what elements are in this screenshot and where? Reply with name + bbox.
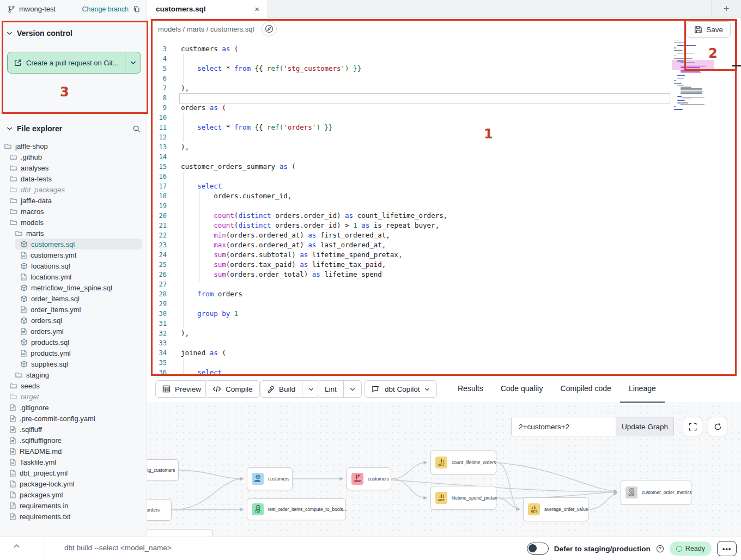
tree-item[interactable]: marts <box>0 228 147 239</box>
result-tab-label: Results <box>458 384 483 393</box>
file-explorer-header[interactable]: File explorer <box>0 119 147 138</box>
tree-item[interactable]: target <box>0 391 147 402</box>
search-icon[interactable] <box>132 125 141 133</box>
file-explorer-title: File explorer <box>17 124 62 133</box>
more-options-button[interactable]: ••• <box>717 541 737 556</box>
ready-label: Ready <box>685 545 705 552</box>
lineage-search-input[interactable]: 2+customers+2 <box>511 417 616 436</box>
cli-command[interactable]: dbt build --select <model_name> <box>64 544 172 552</box>
tree-item[interactable]: data-tests <box>0 173 147 184</box>
ready-dot-icon <box>676 546 682 552</box>
tree-item-label: metricflow_time_spine.sql <box>31 284 112 292</box>
update-graph-button[interactable]: Update Graph <box>616 417 674 436</box>
file-icon <box>10 437 16 444</box>
tree-item[interactable]: jaffle-data <box>0 195 147 206</box>
header-bar: mwong-test Change branch customers.sql ×… <box>0 0 741 18</box>
fullscreen-button[interactable] <box>683 417 702 436</box>
result-tab[interactable]: Results <box>449 375 492 403</box>
tree-item-label: macros <box>21 208 44 216</box>
copy-icon[interactable] <box>133 5 140 13</box>
tree-item[interactable]: customers.yml <box>0 249 147 260</box>
copilot-icon <box>372 385 380 393</box>
tree-item[interactable]: order_items.sql <box>0 293 147 304</box>
file-icon <box>21 306 27 313</box>
close-tab-icon[interactable]: × <box>254 5 259 13</box>
lineage-node[interactable]: QRY customer_order_metrics <box>621 480 691 505</box>
tree-item[interactable]: jaffle-shop <box>0 141 147 151</box>
tree-item[interactable]: analyses <box>0 162 147 173</box>
lineage-canvas[interactable]: 2+customers+2 Update Graph stg_customers <box>147 403 741 537</box>
tree-item[interactable]: macros <box>0 206 147 217</box>
folder-icon <box>10 219 17 226</box>
tree-item[interactable]: README.md <box>0 446 147 456</box>
new-tab-button[interactable]: + <box>711 0 741 17</box>
lineage-node[interactable]: MET lifetime_spend_pretax <box>430 486 496 510</box>
node-type-label: SEM <box>354 480 361 483</box>
lint-dropdown-chevron[interactable] <box>343 381 361 397</box>
refresh-button[interactable] <box>708 417 727 436</box>
tree-item-label: orders.yml <box>31 327 64 336</box>
tree-item[interactable]: orders.yml <box>0 326 147 337</box>
defer-toggle[interactable] <box>527 543 549 555</box>
tree-item[interactable]: package-lock.yml <box>0 478 147 489</box>
tab-customers-sql[interactable]: customers.sql × <box>147 0 267 18</box>
copilot-dropdown-chevron[interactable] <box>424 387 430 391</box>
tree-item[interactable]: products.yml <box>0 348 147 358</box>
help-icon[interactable] <box>656 545 664 553</box>
tree-item[interactable]: seeds <box>0 380 147 391</box>
result-tab[interactable]: Code quality <box>492 375 552 403</box>
tree-item[interactable]: locations.sql <box>0 260 147 271</box>
tree-item[interactable]: locations.yml <box>0 271 147 282</box>
statusbar-divider <box>44 537 44 560</box>
lineage-node[interactable]: stg_customers <box>147 459 179 481</box>
lineage-node[interactable]: TST test_order_items_compute_to_bools... <box>247 498 346 520</box>
caret-up-icon[interactable] <box>13 544 20 549</box>
tree-item-label: README.md <box>20 447 62 455</box>
lineage-node[interactable]: MDL customers <box>247 467 293 490</box>
tree-item[interactable]: .sqlfluff <box>0 424 147 435</box>
folder-icon <box>10 382 17 389</box>
tree-item[interactable]: order_items.yml <box>0 304 147 315</box>
tree-item[interactable]: models <box>0 217 147 228</box>
build-button[interactable]: Build <box>260 380 320 398</box>
tree-item[interactable]: Taskfile.yml <box>0 456 147 467</box>
tree-item[interactable]: customers.sql <box>0 239 147 249</box>
tree-item[interactable]: .pre-commit-config.yaml <box>0 413 147 424</box>
lint-button[interactable]: Lint <box>318 380 362 398</box>
tree-item[interactable]: .github <box>0 151 147 162</box>
tree-item[interactable]: requirements.in <box>0 500 147 511</box>
result-tab[interactable]: Compiled code <box>552 375 620 403</box>
change-branch-link[interactable]: Change branch <box>82 5 129 13</box>
tree-item[interactable]: dbt_packages <box>0 184 147 195</box>
compile-button[interactable]: Compile <box>205 380 260 398</box>
lineage-node[interactable]: MET average_order_value <box>523 497 588 521</box>
node-type-icon: MDL <box>252 473 264 485</box>
result-tab-label: Compiled code <box>561 384 611 393</box>
tree-item[interactable]: packages.yml <box>0 489 147 500</box>
toggle-knob <box>529 544 537 552</box>
tree-item[interactable]: metricflow_time_spine.sql <box>0 282 147 293</box>
file-icon <box>21 252 27 259</box>
lineage-node[interactable] <box>147 529 212 537</box>
tree-item[interactable]: requirements.txt <box>0 511 147 522</box>
preview-button[interactable]: Preview <box>155 380 208 398</box>
tree-item-label: seeds <box>21 382 40 390</box>
result-tab[interactable]: Lineage <box>620 375 665 403</box>
tree-item[interactable]: dbt_project.yml <box>0 467 147 478</box>
lineage-node[interactable]: orders <box>147 499 172 521</box>
tree-item[interactable]: .gitignore <box>0 402 147 413</box>
lineage-node[interactable]: MET count_lifetime_orders <box>430 451 496 474</box>
tree-item[interactable]: .sqlfluffignore <box>0 435 147 446</box>
editor-toolbar: Preview Compile Build Lint dbt Copilot <box>147 375 741 403</box>
model-cube-icon <box>21 295 27 302</box>
tree-item-label: target <box>21 393 39 401</box>
tree-item[interactable]: staging <box>0 369 147 380</box>
chevron-down-icon <box>7 126 13 131</box>
lineage-node[interactable]: SEM customers <box>347 467 391 490</box>
tree-item[interactable]: supplies.sql <box>0 358 147 369</box>
dbt-copilot-button[interactable]: dbt Copilot <box>365 380 437 398</box>
node-label: customers <box>268 476 289 482</box>
tree-item[interactable]: products.sql <box>0 337 147 348</box>
wrench-icon <box>267 385 275 393</box>
tree-item[interactable]: orders.sql <box>0 315 147 326</box>
